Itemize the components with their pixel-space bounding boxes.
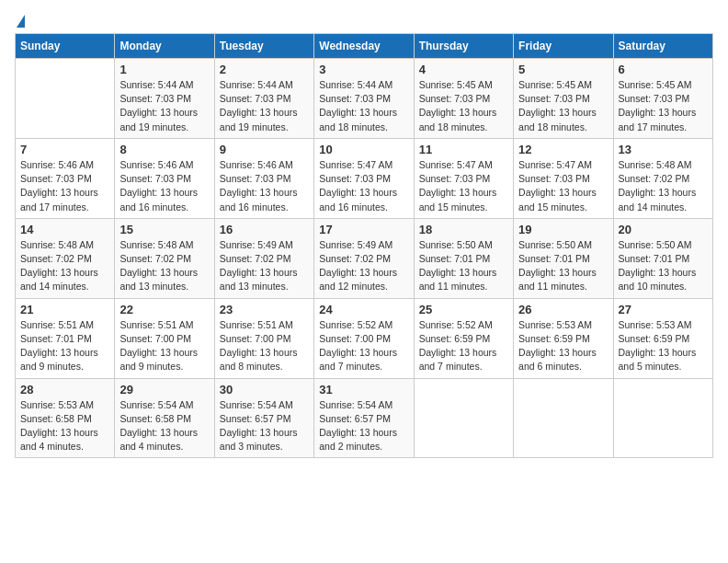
calendar-cell: 19Sunrise: 5:50 AMSunset: 7:01 PMDayligh… — [514, 218, 613, 298]
day-number: 7 — [20, 143, 109, 156]
day-number: 1 — [119, 63, 209, 76]
calendar-cell: 20Sunrise: 5:50 AMSunset: 7:01 PMDayligh… — [613, 218, 712, 298]
day-number: 18 — [419, 223, 508, 236]
calendar-cell: 24Sunrise: 5:52 AMSunset: 7:00 PMDayligh… — [314, 298, 414, 378]
cell-content: Sunrise: 5:51 AMSunset: 7:01 PMDaylight:… — [20, 318, 109, 374]
column-header-monday: Monday — [115, 34, 214, 59]
cell-content: Sunrise: 5:49 AMSunset: 7:02 PMDaylight:… — [220, 238, 309, 294]
day-number: 24 — [319, 303, 408, 316]
calendar-cell: 18Sunrise: 5:50 AMSunset: 7:01 PMDayligh… — [414, 218, 513, 298]
cell-content: Sunrise: 5:53 AMSunset: 6:59 PMDaylight:… — [619, 318, 708, 374]
calendar-cell: 30Sunrise: 5:54 AMSunset: 6:57 PMDayligh… — [214, 378, 313, 458]
day-number: 8 — [119, 143, 209, 156]
day-number: 26 — [518, 303, 608, 316]
column-header-tuesday: Tuesday — [214, 34, 313, 59]
cell-content: Sunrise: 5:54 AMSunset: 6:58 PMDaylight:… — [119, 398, 209, 454]
day-number: 5 — [518, 63, 608, 76]
page-header — [15, 15, 713, 26]
cell-content: Sunrise: 5:52 AMSunset: 7:00 PMDaylight:… — [319, 318, 408, 374]
calendar-cell: 29Sunrise: 5:54 AMSunset: 6:58 PMDayligh… — [115, 378, 214, 458]
calendar-week-row: 7Sunrise: 5:46 AMSunset: 7:03 PMDaylight… — [16, 138, 713, 218]
day-number: 27 — [619, 303, 708, 316]
day-number: 23 — [220, 303, 309, 316]
day-number: 12 — [518, 143, 608, 156]
day-number: 30 — [220, 383, 309, 396]
column-header-saturday: Saturday — [613, 34, 712, 59]
calendar-week-row: 21Sunrise: 5:51 AMSunset: 7:01 PMDayligh… — [16, 298, 713, 378]
day-number: 19 — [518, 223, 608, 236]
cell-content: Sunrise: 5:51 AMSunset: 7:00 PMDaylight:… — [220, 318, 309, 374]
day-number: 9 — [220, 143, 309, 156]
cell-content: Sunrise: 5:45 AMSunset: 7:03 PMDaylight:… — [419, 78, 508, 134]
calendar-cell: 4Sunrise: 5:45 AMSunset: 7:03 PMDaylight… — [414, 59, 513, 139]
column-header-friday: Friday — [514, 34, 613, 59]
calendar-cell: 16Sunrise: 5:49 AMSunset: 7:02 PMDayligh… — [214, 218, 313, 298]
cell-content: Sunrise: 5:49 AMSunset: 7:02 PMDaylight:… — [319, 238, 408, 294]
cell-content: Sunrise: 5:48 AMSunset: 7:02 PMDaylight:… — [20, 238, 109, 294]
calendar-cell: 2Sunrise: 5:44 AMSunset: 7:03 PMDaylight… — [214, 59, 313, 139]
day-number: 2 — [220, 63, 309, 76]
calendar-cell: 26Sunrise: 5:53 AMSunset: 6:59 PMDayligh… — [514, 298, 613, 378]
cell-content: Sunrise: 5:46 AMSunset: 7:03 PMDaylight:… — [220, 158, 309, 214]
calendar-table: SundayMondayTuesdayWednesdayThursdayFrid… — [15, 33, 713, 458]
calendar-cell: 13Sunrise: 5:48 AMSunset: 7:02 PMDayligh… — [613, 138, 712, 218]
day-number: 10 — [319, 143, 408, 156]
column-header-wednesday: Wednesday — [314, 34, 414, 59]
calendar-cell: 8Sunrise: 5:46 AMSunset: 7:03 PMDaylight… — [115, 138, 214, 218]
cell-content: Sunrise: 5:50 AMSunset: 7:01 PMDaylight:… — [419, 238, 508, 294]
cell-content: Sunrise: 5:44 AMSunset: 7:03 PMDaylight:… — [319, 78, 408, 134]
day-number: 6 — [619, 63, 708, 76]
cell-content: Sunrise: 5:48 AMSunset: 7:02 PMDaylight:… — [119, 238, 209, 294]
cell-content: Sunrise: 5:54 AMSunset: 6:57 PMDaylight:… — [220, 398, 309, 454]
day-number: 21 — [20, 303, 109, 316]
column-header-thursday: Thursday — [414, 34, 513, 59]
calendar-cell: 23Sunrise: 5:51 AMSunset: 7:00 PMDayligh… — [214, 298, 313, 378]
calendar-cell: 14Sunrise: 5:48 AMSunset: 7:02 PMDayligh… — [16, 218, 115, 298]
day-number: 29 — [119, 383, 209, 396]
day-number: 13 — [619, 143, 708, 156]
calendar-cell: 9Sunrise: 5:46 AMSunset: 7:03 PMDaylight… — [214, 138, 313, 218]
calendar-cell: 10Sunrise: 5:47 AMSunset: 7:03 PMDayligh… — [314, 138, 414, 218]
logo-triangle-icon — [17, 15, 25, 28]
cell-content: Sunrise: 5:52 AMSunset: 6:59 PMDaylight:… — [419, 318, 508, 374]
day-number: 14 — [20, 223, 109, 236]
calendar-cell: 5Sunrise: 5:45 AMSunset: 7:03 PMDaylight… — [514, 59, 613, 139]
day-number: 16 — [220, 223, 309, 236]
day-number: 31 — [319, 383, 408, 396]
calendar-cell: 27Sunrise: 5:53 AMSunset: 6:59 PMDayligh… — [613, 298, 712, 378]
calendar-week-row: 1Sunrise: 5:44 AMSunset: 7:03 PMDaylight… — [16, 59, 713, 139]
calendar-header-row: SundayMondayTuesdayWednesdayThursdayFrid… — [16, 34, 713, 59]
cell-content: Sunrise: 5:48 AMSunset: 7:02 PMDaylight:… — [619, 158, 708, 214]
cell-content: Sunrise: 5:51 AMSunset: 7:00 PMDaylight:… — [119, 318, 209, 374]
cell-content: Sunrise: 5:54 AMSunset: 6:57 PMDaylight:… — [319, 398, 408, 454]
cell-content: Sunrise: 5:53 AMSunset: 6:58 PMDaylight:… — [20, 398, 109, 454]
cell-content: Sunrise: 5:44 AMSunset: 7:03 PMDaylight:… — [220, 78, 309, 134]
cell-content: Sunrise: 5:53 AMSunset: 6:59 PMDaylight:… — [518, 318, 608, 374]
day-number: 20 — [619, 223, 708, 236]
day-number: 22 — [119, 303, 209, 316]
calendar-cell: 15Sunrise: 5:48 AMSunset: 7:02 PMDayligh… — [115, 218, 214, 298]
column-header-sunday: Sunday — [16, 34, 115, 59]
day-number: 17 — [319, 223, 408, 236]
logo — [15, 15, 25, 26]
calendar-cell — [16, 59, 115, 139]
calendar-cell: 22Sunrise: 5:51 AMSunset: 7:00 PMDayligh… — [115, 298, 214, 378]
calendar-cell: 31Sunrise: 5:54 AMSunset: 6:57 PMDayligh… — [314, 378, 414, 458]
cell-content: Sunrise: 5:50 AMSunset: 7:01 PMDaylight:… — [518, 238, 608, 294]
day-number: 28 — [20, 383, 109, 396]
cell-content: Sunrise: 5:47 AMSunset: 7:03 PMDaylight:… — [419, 158, 508, 214]
cell-content: Sunrise: 5:45 AMSunset: 7:03 PMDaylight:… — [619, 78, 708, 134]
day-number: 3 — [319, 63, 408, 76]
calendar-cell — [514, 378, 613, 458]
day-number: 25 — [419, 303, 508, 316]
calendar-cell: 6Sunrise: 5:45 AMSunset: 7:03 PMDaylight… — [613, 59, 712, 139]
calendar-cell: 21Sunrise: 5:51 AMSunset: 7:01 PMDayligh… — [16, 298, 115, 378]
calendar-cell: 1Sunrise: 5:44 AMSunset: 7:03 PMDaylight… — [115, 59, 214, 139]
calendar-cell — [613, 378, 712, 458]
cell-content: Sunrise: 5:47 AMSunset: 7:03 PMDaylight:… — [518, 158, 608, 214]
day-number: 15 — [119, 223, 209, 236]
cell-content: Sunrise: 5:46 AMSunset: 7:03 PMDaylight:… — [119, 158, 209, 214]
cell-content: Sunrise: 5:44 AMSunset: 7:03 PMDaylight:… — [119, 78, 209, 134]
cell-content: Sunrise: 5:47 AMSunset: 7:03 PMDaylight:… — [319, 158, 408, 214]
calendar-cell: 25Sunrise: 5:52 AMSunset: 6:59 PMDayligh… — [414, 298, 513, 378]
